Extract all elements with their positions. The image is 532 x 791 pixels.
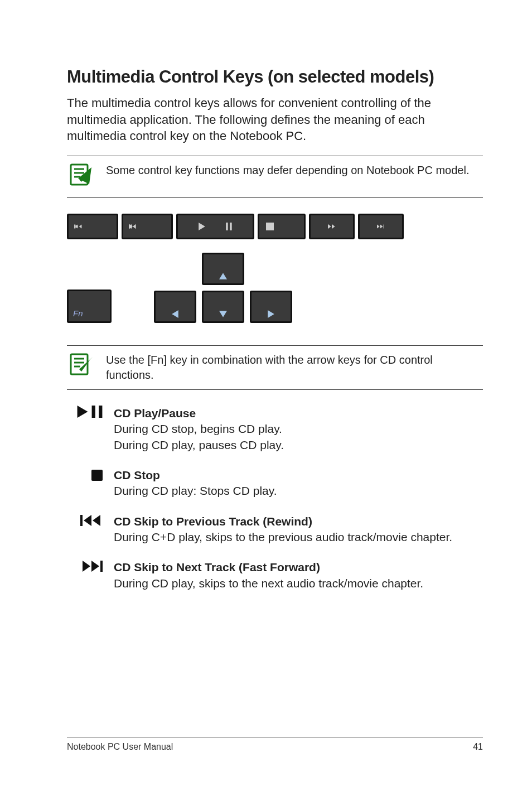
def-next: CD Skip to Next Track (Fast Forward) Dur… xyxy=(67,560,483,591)
svg-rect-33 xyxy=(92,406,95,418)
fn-arrow-cluster: Fn xyxy=(67,253,483,323)
svg-rect-40 xyxy=(100,561,103,572)
def-stop: CD Stop During CD play: Stops CD play. xyxy=(67,467,483,499)
svg-marker-37 xyxy=(93,515,100,526)
svg-rect-15 xyxy=(226,223,228,230)
svg-marker-13 xyxy=(133,224,136,229)
footer-left: Notebook PC User Manual xyxy=(67,742,173,752)
fn-label: Fn xyxy=(73,308,83,318)
svg-marker-25 xyxy=(219,311,227,317)
note-box-1: Some control key functions may defer dep… xyxy=(67,156,483,198)
key-skip-next xyxy=(358,214,404,239)
def-play-line1: During CD stop, begins CD play. xyxy=(114,422,282,435)
key-fn: Fn xyxy=(67,290,112,323)
def-next-title: CD Skip to Next Track (Fast Forward) xyxy=(114,561,320,573)
def-play-title: CD Play/Pause xyxy=(114,407,196,419)
def-play-pause: CD Play/Pause During CD stop, begins CD … xyxy=(67,406,483,453)
svg-marker-18 xyxy=(328,224,331,229)
section-heading: Multimedia Control Keys (on selected mod… xyxy=(67,67,483,87)
note-text-2: Use the [Fn] key in combination with the… xyxy=(106,351,483,383)
def-next-line1: During CD play, skips to the next audio … xyxy=(114,577,423,590)
key-rewind xyxy=(122,214,173,239)
svg-marker-36 xyxy=(84,515,91,526)
key-fast-forward xyxy=(309,214,355,239)
svg-marker-23 xyxy=(219,273,227,279)
definitions-list: CD Play/Pause During CD stop, begins CD … xyxy=(67,406,483,591)
def-prev-line1: During C+D play, skips to the previous a… xyxy=(114,530,452,543)
note-text-1: Some control key functions may defer dep… xyxy=(106,162,469,178)
note-box-2: Use the [Fn] key in combination with the… xyxy=(67,345,483,390)
svg-marker-26 xyxy=(268,310,274,318)
svg-marker-24 xyxy=(172,310,178,318)
svg-marker-14 xyxy=(199,223,205,230)
key-arrow-up xyxy=(202,253,244,285)
svg-marker-20 xyxy=(377,225,380,229)
svg-marker-9 xyxy=(79,225,82,229)
stop-icon xyxy=(67,467,103,481)
media-key-bar xyxy=(67,214,483,239)
svg-marker-21 xyxy=(380,225,383,229)
page-footer: Notebook PC User Manual 41 xyxy=(67,737,483,752)
svg-rect-34 xyxy=(99,406,102,418)
svg-rect-22 xyxy=(384,225,384,229)
svg-marker-19 xyxy=(332,224,335,229)
key-arrow-left xyxy=(154,291,196,323)
svg-marker-38 xyxy=(83,561,90,572)
note-icon xyxy=(67,162,94,191)
skip-previous-icon xyxy=(67,514,103,527)
play-pause-icon xyxy=(67,406,103,418)
svg-marker-32 xyxy=(78,406,88,418)
def-prev-title: CD Skip to Previous Track (Rewind) xyxy=(114,515,312,528)
key-play-pause xyxy=(176,214,254,239)
key-arrow-right xyxy=(250,291,292,323)
key-arrow-down xyxy=(202,291,244,323)
def-stop-line1: During CD play: Stops CD play. xyxy=(114,484,277,497)
key-stop xyxy=(258,214,306,239)
lead-paragraph: The multimedia control keys allows for c… xyxy=(67,95,483,144)
note-icon xyxy=(67,351,94,380)
svg-rect-35 xyxy=(80,515,83,526)
svg-rect-17 xyxy=(266,223,274,230)
footer-page-number: 41 xyxy=(473,742,483,752)
arrow-keys xyxy=(154,253,292,323)
skip-next-icon xyxy=(67,560,103,573)
svg-marker-39 xyxy=(91,561,99,572)
def-prev: CD Skip to Previous Track (Rewind) Durin… xyxy=(67,514,483,546)
def-stop-title: CD Stop xyxy=(114,469,160,481)
key-skip-previous xyxy=(67,214,118,239)
def-play-line2: During CD play, pauses CD play. xyxy=(114,438,284,451)
svg-rect-16 xyxy=(230,223,232,230)
